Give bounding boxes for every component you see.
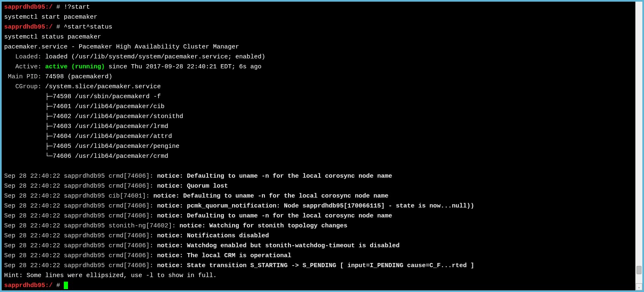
cgroup-process: ├─74602 /usr/lib64/pacemaker/stonithd xyxy=(4,112,633,122)
prompt-symbol: # xyxy=(56,282,60,289)
command-input-1: !?start xyxy=(64,4,90,11)
main-pid-line: Main PID: 74598 (pacemakerd) xyxy=(4,72,633,82)
log-line: Sep 28 22:40:22 sapprdhdb95 crmd[74606]:… xyxy=(4,171,633,181)
prompt-symbol: # xyxy=(56,24,60,31)
hint-line: Hint: Some lines were ellipsized, use -l… xyxy=(4,271,633,281)
terminal-window: sapprdhdb95:/ # !?start systemctl start … xyxy=(2,2,642,290)
log-line: Sep 28 22:40:22 sapprdhdb95 crmd[74606]:… xyxy=(4,211,633,221)
prompt-host: sapprdhdb95:/ xyxy=(4,282,53,289)
cgroup-process: ├─74605 /usr/lib64/pacemaker/pengine xyxy=(4,142,633,152)
command-expanded-2: systemctl status pacemaker xyxy=(4,32,633,42)
prompt-line-2: sapprdhdb95:/ # ^start^status xyxy=(4,22,633,32)
cgroup-process: ├─74601 /usr/lib64/pacemaker/cib xyxy=(4,102,633,112)
log-line: Sep 28 22:40:22 sapprdhdb95 stonith-ng[7… xyxy=(4,221,633,231)
command-input-2: ^start^status xyxy=(64,24,112,31)
cgroup-process: └─74606 /usr/lib64/pacemaker/crmd xyxy=(4,152,633,162)
scroll-thumb[interactable] xyxy=(637,266,642,274)
terminal-output[interactable]: sapprdhdb95:/ # !?start systemctl start … xyxy=(2,2,635,290)
log-line: Sep 28 22:40:22 sapprdhdb95 crmd[74606]:… xyxy=(4,251,633,261)
active-line: Active: active (running) since Thu 2017-… xyxy=(4,62,633,72)
cgroup-line: CGroup: /system.slice/pacemaker.service xyxy=(4,82,633,92)
prompt-symbol: # xyxy=(56,4,60,11)
loaded-line: Loaded: loaded (/usr/lib/systemd/system/… xyxy=(4,52,633,62)
prompt-line-1: sapprdhdb95:/ # !?start xyxy=(4,2,633,12)
prompt-host: sapprdhdb95:/ xyxy=(4,4,53,11)
log-line: Sep 28 22:40:22 sapprdhdb95 crmd[74606]:… xyxy=(4,261,633,271)
vertical-scrollbar[interactable]: ⌄ xyxy=(635,2,642,290)
log-line: Sep 28 22:40:22 sapprdhdb95 crmd[74606]:… xyxy=(4,201,633,211)
blank-line xyxy=(4,162,633,171)
scroll-down-button[interactable]: ⌄ xyxy=(636,283,642,290)
cgroup-process: ├─74598 /usr/sbin/pacemakerd -f xyxy=(4,92,633,102)
scroll-track[interactable] xyxy=(636,2,642,283)
cursor-icon xyxy=(64,282,68,289)
cgroup-process: ├─74604 /usr/lib64/pacemaker/attrd xyxy=(4,132,633,142)
log-line: Sep 28 22:40:22 sapprdhdb95 crmd[74606]:… xyxy=(4,231,633,241)
command-expanded-1: systemctl start pacemaker xyxy=(4,12,633,22)
log-line: Sep 28 22:40:22 sapprdhdb95 cib[74601]: … xyxy=(4,191,633,201)
log-line: Sep 28 22:40:22 sapprdhdb95 crmd[74606]:… xyxy=(4,241,633,251)
prompt-host: sapprdhdb95:/ xyxy=(4,24,53,31)
chevron-down-icon: ⌄ xyxy=(638,285,640,289)
log-line: Sep 28 22:40:22 sapprdhdb95 crmd[74606]:… xyxy=(4,181,633,191)
service-unit-line: pacemaker.service - Pacemaker High Avail… xyxy=(4,42,633,52)
prompt-line-current: sapprdhdb95:/ # xyxy=(4,281,633,290)
active-state: active (running) xyxy=(45,63,105,70)
cgroup-process: ├─74603 /usr/lib64/pacemaker/lrmd xyxy=(4,122,633,132)
